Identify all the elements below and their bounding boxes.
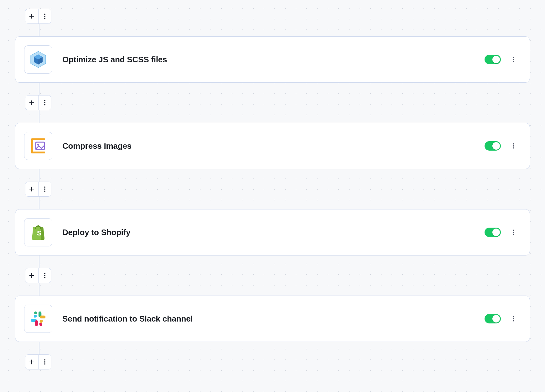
plus-icon <box>28 272 35 279</box>
toggle-knob <box>492 56 500 63</box>
insert-more-button[interactable] <box>39 355 51 369</box>
workflow-step-card[interactable]: Optimize JS and SCSS files <box>15 36 530 83</box>
insert-more-button[interactable] <box>39 9 51 23</box>
toggle-knob <box>492 142 500 150</box>
workflow-step-card[interactable]: Send notification to Slack channel <box>15 296 530 342</box>
step-icon-box <box>24 305 52 333</box>
step-more-button[interactable] <box>508 141 518 151</box>
more-vertical-icon <box>510 56 517 63</box>
add-step-button[interactable] <box>25 182 38 196</box>
step-title: Deploy to Shopify <box>62 228 475 237</box>
more-vertical-icon <box>41 186 48 193</box>
step-icon-box <box>24 218 52 246</box>
step-enable-toggle[interactable] <box>485 314 501 323</box>
insert-step-button-group <box>25 354 51 369</box>
plus-icon <box>28 186 35 193</box>
step-title: Send notification to Slack channel <box>62 314 475 324</box>
insert-step-button-group <box>25 95 51 110</box>
more-vertical-icon <box>41 13 48 20</box>
step-icon-box <box>24 45 52 74</box>
add-step-button[interactable] <box>25 95 38 110</box>
add-step-button[interactable] <box>25 9 38 23</box>
step-title: Compress images <box>62 141 475 151</box>
workflow-step-card[interactable]: Compress images <box>15 123 530 169</box>
plus-icon <box>28 99 35 106</box>
slack-icon <box>29 310 47 328</box>
plus-icon <box>28 13 35 20</box>
webpack-icon <box>29 50 48 69</box>
insert-step-button-group <box>25 182 51 197</box>
more-vertical-icon <box>41 272 48 279</box>
toggle-knob <box>492 315 500 322</box>
more-vertical-icon <box>41 358 48 365</box>
add-step-button[interactable] <box>25 268 38 283</box>
more-vertical-icon <box>510 315 517 322</box>
step-title: Optimize JS and SCSS files <box>62 55 475 64</box>
insert-step-button-group <box>25 268 51 283</box>
step-more-button[interactable] <box>508 227 518 237</box>
workflow-step-card[interactable]: Deploy to Shopify <box>15 209 530 255</box>
shopify-icon <box>29 223 48 242</box>
plus-icon <box>28 358 35 365</box>
step-more-button[interactable] <box>508 54 518 64</box>
insert-more-button[interactable] <box>39 268 51 283</box>
more-vertical-icon <box>41 99 48 106</box>
compress-icon <box>29 137 48 155</box>
step-enable-toggle[interactable] <box>485 141 501 151</box>
step-enable-toggle[interactable] <box>485 228 501 237</box>
more-vertical-icon <box>510 229 517 236</box>
step-actions <box>485 54 518 64</box>
insert-more-button[interactable] <box>39 182 51 196</box>
step-enable-toggle[interactable] <box>485 55 501 64</box>
more-vertical-icon <box>510 142 517 149</box>
step-actions <box>485 227 518 237</box>
add-step-button[interactable] <box>25 355 38 369</box>
step-actions <box>485 141 518 151</box>
toggle-knob <box>492 229 500 236</box>
step-icon-box <box>24 132 52 160</box>
insert-step-button-group <box>25 9 51 24</box>
step-actions <box>485 314 518 324</box>
step-more-button[interactable] <box>508 314 518 324</box>
insert-more-button[interactable] <box>39 95 51 110</box>
